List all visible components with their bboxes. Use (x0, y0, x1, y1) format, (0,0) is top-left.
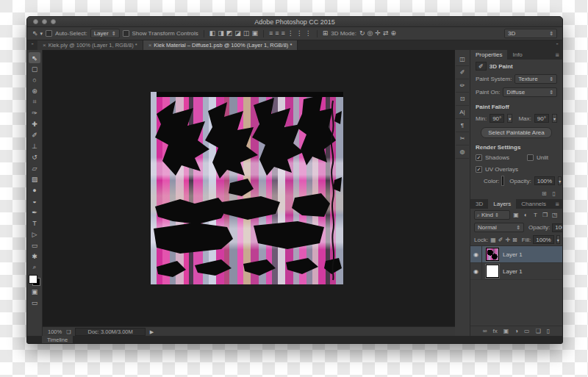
marquee-tool[interactable]: ▢ (29, 63, 40, 74)
opacity-field[interactable]: 100% (552, 223, 563, 232)
document-tab-kiek-material-diffuse[interactable]: × Kiek Material – Diffuse1.psb @ 100% (L… (143, 40, 298, 50)
screen-mode-button[interactable]: ▭ (29, 297, 40, 308)
shadows-checkbox[interactable]: ✓ (476, 154, 482, 161)
tab-layers[interactable]: Layers (488, 199, 516, 209)
delete-layer-trash-icon[interactable]: ▯ (547, 328, 550, 334)
lock-all-icon[interactable]: ⊠ (512, 237, 517, 243)
filter-adjustment-layers-icon[interactable]: ◐ (522, 212, 529, 218)
select-paintable-area-button[interactable]: Select Paintable Area (481, 127, 552, 138)
unlit-checkbox[interactable] (527, 154, 534, 161)
pen-tool[interactable]: ✒ (29, 207, 40, 218)
distribute-right-icon[interactable]: ⋮ (305, 30, 312, 37)
lock-position-icon[interactable]: ✛ (505, 237, 510, 243)
lock-pixels-icon[interactable]: ✐ (498, 237, 503, 243)
show-transform-checkbox[interactable] (123, 30, 129, 37)
3d-slide-icon[interactable]: ⇄ (383, 30, 389, 37)
eyedropper-tool[interactable]: ✑ (29, 107, 40, 118)
paragraph-panel-icon[interactable]: ¶ (456, 119, 469, 132)
status-options-arrow-icon[interactable]: ▶ (150, 329, 154, 334)
3d-scale-icon[interactable]: ⊕ (390, 30, 396, 37)
layer-style-fx-icon[interactable]: fx (492, 328, 497, 334)
diffuse-texture-artwork[interactable] (151, 92, 343, 284)
panel-menu-icon[interactable]: ≣ (552, 50, 562, 60)
visibility-eye-icon[interactable]: ◉ (470, 246, 482, 262)
3d-roll-icon[interactable]: ◎ (367, 30, 373, 37)
healing-brush-tool[interactable]: ✚ (29, 118, 40, 129)
layer-thumbnail[interactable] (486, 248, 499, 261)
visibility-eye-icon[interactable]: ◉ (470, 263, 482, 279)
eraser-tool[interactable]: ▱ (29, 162, 40, 173)
align-bottom-icon[interactable]: ▣ (251, 30, 258, 37)
auto-align-layers-icon[interactable]: ⊞ (323, 30, 329, 37)
hand-tool[interactable]: ✱ (29, 251, 40, 262)
tab-close-icon[interactable]: × (148, 42, 152, 49)
zoom-window-button[interactable] (51, 19, 56, 24)
distribute-bottom-icon[interactable]: ≡ (281, 30, 284, 37)
link-layers-icon[interactable]: ∞ (483, 328, 487, 334)
auto-select-target-dropdown[interactable]: Layer ⇕ (90, 29, 120, 38)
layer-thumbnail[interactable] (486, 265, 499, 278)
tab-properties[interactable]: Properties (470, 50, 507, 60)
align-top-icon[interactable]: ◪ (234, 30, 241, 37)
tool-preset-arrow-icon[interactable]: ▾ (40, 31, 43, 36)
lock-transparency-icon[interactable]: ▦ (490, 237, 496, 243)
clone-source-panel-icon[interactable]: ⊡ (456, 93, 469, 106)
tab-info[interactable]: Info (507, 50, 527, 60)
uv-opacity-field[interactable]: 100% (534, 176, 555, 185)
align-h-center-icon[interactable]: ◨ (218, 30, 224, 37)
move-tool[interactable]: ⇖ (29, 52, 40, 63)
timeline-tab[interactable]: Timeline (42, 336, 73, 343)
tools-collapse-chevron-icon[interactable]: ” (27, 40, 37, 50)
document-tab-kiek-ply[interactable]: × Kiek.ply @ 100% (Layer 1, RGB/8) * (37, 40, 143, 50)
max-stepper-icon[interactable]: ▾ (552, 114, 557, 123)
tab-channels[interactable]: Channels (516, 199, 551, 209)
filter-shape-layers-icon[interactable]: ❒ (542, 212, 549, 218)
gradient-tool[interactable]: ▨ (29, 173, 40, 184)
distribute-left-icon[interactable]: ⋮ (287, 30, 294, 37)
paint-system-dropdown[interactable]: Texture ⇕ (514, 74, 557, 84)
tab-3d[interactable]: 3D (470, 199, 488, 209)
uv-color-swatch[interactable] (502, 176, 503, 185)
distribute-h-center-icon[interactable]: ⋮ (296, 30, 303, 37)
align-right-icon[interactable]: ◩ (226, 30, 233, 37)
zoom-level-field[interactable]: 100% (48, 328, 62, 335)
move-tool-icon[interactable]: ⇖ (32, 30, 38, 37)
filter-pixel-layers-icon[interactable]: ▣ (512, 212, 520, 218)
filter-type-layers-icon[interactable]: T (531, 212, 539, 218)
filter-smart-objects-icon[interactable]: ◳ (551, 212, 559, 218)
tab-close-icon[interactable]: × (43, 42, 46, 49)
brush-panel-icon[interactable]: ✐ (456, 66, 469, 79)
fill-field[interactable]: 100% (533, 235, 553, 244)
uv-overlays-checkbox[interactable]: ✓ (476, 166, 482, 173)
fill-stepper-icon[interactable]: ▾ (556, 235, 560, 244)
tools-presets-panel-icon[interactable]: ✂ (456, 132, 469, 146)
canvas-area[interactable] (43, 50, 455, 326)
brush-presets-panel-icon[interactable]: ✏ (456, 79, 469, 93)
dodge-tool[interactable]: ◒ (29, 195, 40, 207)
path-selection-tool[interactable]: ▷ (29, 229, 40, 240)
new-adjustment-layer-icon[interactable]: ◑ (514, 328, 518, 334)
brush-tool[interactable]: ✐ (29, 129, 40, 140)
properties-trash-icon[interactable]: ▯ (553, 190, 556, 197)
history-brush-tool[interactable]: ↺ (29, 151, 40, 162)
workspace-switcher-dropdown[interactable]: 3D ⇕ (504, 29, 557, 38)
document-size-readout[interactable]: Doc: 3.00M/3.00M (75, 328, 145, 336)
paint-on-dropdown[interactable]: Diffuse ⇕ (503, 87, 557, 97)
properties-grid-icon[interactable]: ⊞ (542, 190, 547, 197)
min-angle-field[interactable]: 90° (490, 114, 504, 123)
zoom-tool[interactable]: ⌕ (29, 262, 40, 273)
align-v-center-icon[interactable]: ◫ (243, 30, 250, 37)
layer-name[interactable]: Layer 1 (503, 268, 523, 275)
min-stepper-icon[interactable]: ▾ (507, 114, 512, 123)
blend-mode-dropdown[interactable]: Normal ⇕ (474, 223, 524, 232)
dock-collapse-chevron-icon[interactable]: ” (552, 40, 562, 50)
layer-row-white[interactable]: ◉ Layer 1 (470, 263, 562, 280)
panel-menu-icon[interactable]: ≣ (552, 199, 562, 209)
quick-mask-button[interactable]: ▣ (29, 286, 40, 297)
lasso-tool[interactable]: ○ (29, 74, 40, 85)
layer-name[interactable]: Layer 1 (503, 251, 523, 258)
foreground-color-swatch[interactable] (29, 275, 37, 284)
close-window-button[interactable] (33, 19, 38, 24)
shape-tool[interactable]: ▭ (29, 240, 40, 251)
add-layer-mask-icon[interactable]: ▣ (503, 328, 509, 334)
